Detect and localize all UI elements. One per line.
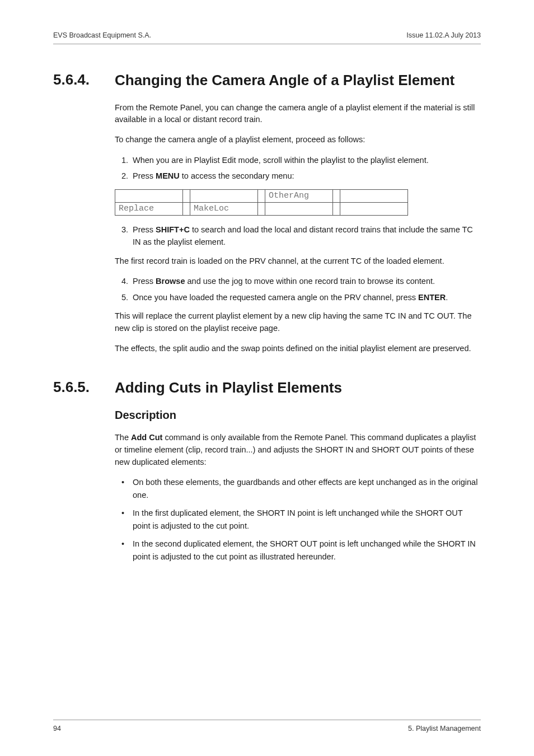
page: EVS Broadcast Equipment S.A. Issue 11.02… — [0, 0, 534, 756]
section-body: Adding Cuts in Playlist Elements Descrip… — [115, 379, 481, 570]
menu-table-wrap: OtherAng Replace MakeLoc — [115, 189, 481, 216]
menu-cell — [340, 202, 408, 215]
list-item: In the second duplicated element, the SH… — [130, 538, 481, 563]
text: Press — [133, 225, 156, 234]
list-item: Press MENU to access the secondary menu: — [130, 170, 481, 182]
menu-key: MENU — [156, 171, 180, 180]
bullet-list: On both these elements, the guardbands a… — [115, 476, 481, 563]
header-left: EVS Broadcast Equipment S.A. — [53, 31, 151, 39]
paragraph: From the Remote Panel, you can change th… — [115, 102, 481, 127]
text: The — [115, 433, 131, 442]
list-item: Press SHIFT+C to search and load the loc… — [130, 223, 481, 249]
enter-key: ENTER — [418, 293, 446, 302]
sub-heading: Description — [115, 409, 481, 422]
menu-gap — [183, 202, 190, 215]
menu-gap — [258, 202, 265, 215]
menu-gap — [183, 189, 190, 202]
text: command is only available from the Remot… — [115, 433, 476, 466]
paragraph: This will replace the current playlist e… — [115, 310, 481, 335]
paragraph: The effects, the split audio and the swa… — [115, 343, 481, 355]
add-cut-term: Add Cut — [131, 433, 162, 442]
text: Once you have loaded the requested camer… — [133, 293, 418, 302]
text: Press — [133, 171, 156, 180]
section-body: Changing the Camera Angle of a Playlist … — [115, 71, 481, 363]
menu-gap — [258, 189, 265, 202]
list-item: In the first duplicated element, the SHO… — [130, 507, 481, 532]
step-list: When you are in Playlist Edit mode, scro… — [115, 154, 481, 183]
menu-cell — [190, 189, 258, 202]
section-number: 5.6.4. — [53, 71, 115, 363]
menu-gap — [333, 202, 340, 215]
list-item: On both these elements, the guardbands a… — [130, 476, 481, 501]
section-564: 5.6.4. Changing the Camera Angle of a Pl… — [53, 71, 481, 363]
shift-c-key: SHIFT+C — [156, 225, 190, 234]
menu-table: OtherAng Replace MakeLoc — [115, 189, 408, 216]
header-right: Issue 11.02.A July 2013 — [406, 31, 481, 39]
menu-cell — [265, 202, 333, 215]
menu-cell — [115, 189, 183, 202]
list-item: When you are in Playlist Edit mode, scro… — [130, 154, 481, 166]
section-565: 5.6.5. Adding Cuts in Playlist Elements … — [53, 379, 481, 570]
text: to access the secondary menu: — [180, 171, 294, 180]
paragraph: The Add Cut command is only available fr… — [115, 432, 481, 468]
text: and use the jog to move within one recor… — [185, 277, 435, 286]
step-list: Press Browse and use the jog to move wit… — [115, 275, 481, 304]
browse-key: Browse — [156, 277, 185, 286]
footer-right: 5. Playlist Management — [408, 725, 481, 732]
menu-cell: OtherAng — [265, 189, 333, 202]
list-item: Once you have loaded the requested camer… — [130, 291, 481, 304]
page-header: EVS Broadcast Equipment S.A. Issue 11.02… — [53, 31, 481, 44]
menu-cell: MakeLoc — [190, 202, 258, 215]
paragraph: To change the camera angle of a playlist… — [115, 134, 481, 146]
section-number: 5.6.5. — [53, 379, 115, 570]
menu-cell — [340, 189, 408, 202]
text: Press — [133, 277, 156, 286]
page-number: 94 — [53, 725, 61, 732]
section-title: Adding Cuts in Playlist Elements — [115, 379, 481, 397]
section-title: Changing the Camera Angle of a Playlist … — [115, 71, 481, 90]
text: . — [446, 293, 448, 302]
list-item: Press Browse and use the jog to move wit… — [130, 275, 481, 287]
step-list: Press SHIFT+C to search and load the loc… — [115, 223, 481, 249]
paragraph: The first record train is loaded on the … — [115, 255, 481, 268]
page-footer: 94 5. Playlist Management — [53, 720, 481, 732]
menu-gap — [333, 189, 340, 202]
menu-cell: Replace — [115, 202, 183, 215]
